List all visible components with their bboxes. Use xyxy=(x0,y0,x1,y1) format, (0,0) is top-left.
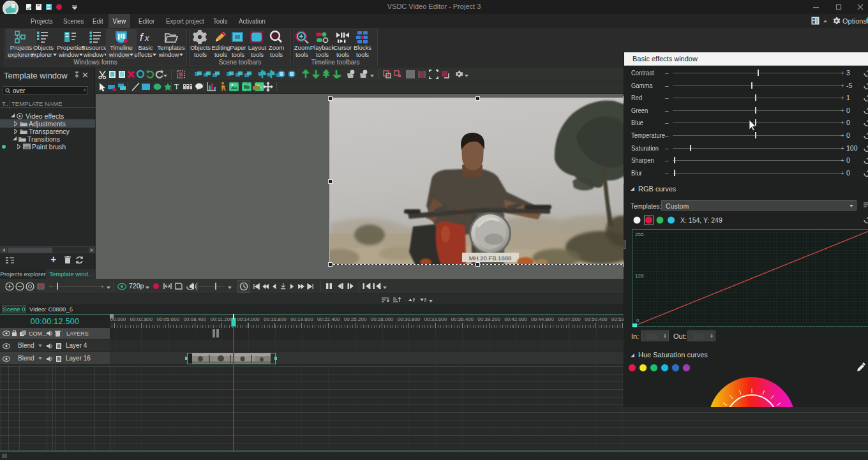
svg-text:x: x xyxy=(144,33,149,43)
svg-text:f: f xyxy=(140,31,144,43)
